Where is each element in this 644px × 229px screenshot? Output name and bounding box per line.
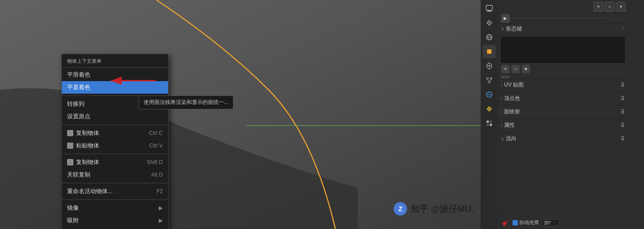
render-icon bbox=[485, 19, 493, 27]
menu-item-linked-dup[interactable]: 关联复制 Alt D bbox=[62, 169, 168, 181]
shape-keys-header[interactable]: ∨ 形态键 ⠿ bbox=[497, 23, 628, 35]
copy-icon bbox=[67, 130, 73, 136]
expand-icon: › bbox=[501, 123, 502, 128]
menu-separator-4 bbox=[62, 183, 168, 183]
sidebar-plus-button[interactable]: + bbox=[593, 2, 603, 12]
flow-section: ∨ 流向 ⠿ bbox=[497, 132, 628, 145]
sidebar-chevron-button[interactable]: ▾ bbox=[616, 2, 626, 12]
tooltip-text: 使用面法线将渲染和显示的面统一... bbox=[144, 99, 229, 105]
sidebar-bottom-bar: 自动光滑 bbox=[497, 216, 628, 229]
particles-icon bbox=[485, 76, 493, 84]
sidebar-icon-render[interactable] bbox=[483, 16, 496, 30]
sidebar-icon-scene[interactable] bbox=[483, 2, 496, 15]
svg-rect-30 bbox=[487, 121, 489, 123]
menu-item-label: 粘贴物体 bbox=[76, 142, 99, 150]
menu-item-label: 平滑着色 bbox=[67, 71, 90, 79]
constraints-icon bbox=[485, 105, 493, 113]
uv-maps-title: UV 贴图 bbox=[504, 81, 524, 89]
drag-handle: ⠿ bbox=[621, 95, 625, 102]
menu-item-set-origin[interactable]: 设置原点 bbox=[62, 110, 168, 123]
context-menu-title: 物体上下文菜单 bbox=[62, 56, 168, 68]
menu-separator-3 bbox=[62, 154, 168, 154]
svg-rect-32 bbox=[487, 124, 489, 126]
shape-key-add-button[interactable]: + bbox=[501, 65, 510, 73]
menu-item-snap[interactable]: 吸附 ▶ bbox=[62, 214, 168, 227]
tooltip: 使用面法线将渲染和显示的面统一... bbox=[139, 95, 233, 109]
submenu-arrow: ▶ bbox=[159, 217, 163, 224]
drag-handle: ⠿ bbox=[621, 122, 625, 129]
sidebar-icon-particles[interactable] bbox=[483, 73, 496, 87]
shortcut-label: Alt D bbox=[151, 172, 163, 178]
bottom-arrow bbox=[501, 218, 510, 227]
menu-separator-2 bbox=[62, 125, 168, 125]
svg-point-29 bbox=[488, 108, 490, 110]
face-maps-title: 面映射 bbox=[504, 108, 520, 116]
right-sidebar: + − ▾ ▶ ....... ∨ 形态键 ⠿ + − ▾ ▶ bbox=[481, 0, 644, 229]
menu-item-copy[interactable]: 复制物体 Ctrl C bbox=[62, 127, 168, 139]
menu-item-label: 吸附 bbox=[67, 216, 79, 225]
sidebar-icons bbox=[481, 0, 497, 229]
menu-item-label: 平直着色 bbox=[67, 83, 90, 91]
watermark: Z 知乎 @波仔MU. bbox=[394, 202, 474, 216]
paste-icon bbox=[67, 143, 73, 149]
svg-rect-11 bbox=[487, 11, 491, 12]
svg-rect-10 bbox=[486, 5, 492, 10]
uv-maps-section: › UV 贴图 ⠿ bbox=[497, 78, 628, 91]
flow-header[interactable]: ∨ 流向 ⠿ bbox=[497, 133, 628, 145]
expand-icon: › bbox=[501, 82, 502, 87]
watermark-icon: Z bbox=[394, 202, 407, 216]
svg-line-27 bbox=[490, 79, 491, 81]
vertex-colors-title: 顶点色 bbox=[504, 95, 520, 102]
sidebar-minus-button[interactable]: − bbox=[605, 2, 614, 12]
sidebar-icon-constraints[interactable] bbox=[483, 102, 496, 116]
svg-rect-21 bbox=[487, 49, 491, 54]
uv-maps-header[interactable]: › UV 贴图 ⠿ bbox=[497, 79, 628, 91]
svg-line-9 bbox=[503, 221, 507, 225]
vertex-colors-section: › 顶点色 ⠿ bbox=[497, 92, 628, 104]
physics-icon bbox=[485, 91, 493, 99]
svg-point-24 bbox=[490, 78, 492, 79]
sidebar-icon-world[interactable] bbox=[483, 30, 496, 44]
menu-item-mirror[interactable]: 镜像 ▶ bbox=[62, 202, 168, 214]
svg-rect-33 bbox=[490, 124, 492, 126]
face-maps-header[interactable]: › 面映射 ⠿ bbox=[497, 106, 628, 118]
attributes-header[interactable]: › 属性 ⠿ bbox=[497, 119, 628, 131]
svg-point-23 bbox=[487, 78, 488, 79]
shape-key-menu-button[interactable]: ▾ bbox=[521, 65, 530, 73]
svg-point-13 bbox=[489, 22, 490, 24]
sidebar-icon-modifier[interactable] bbox=[483, 59, 496, 73]
texture-icon bbox=[485, 119, 493, 127]
menu-item-rename[interactable]: 重命名活动物体... F2 bbox=[62, 185, 168, 198]
expand-icon: ∨ bbox=[501, 26, 504, 31]
menu-item-duplicate[interactable]: 复制物体 Shift D bbox=[62, 156, 168, 169]
attributes-section: › 属性 ⠿ bbox=[497, 119, 628, 131]
object-icon bbox=[485, 48, 493, 56]
modifier-icon bbox=[485, 62, 493, 70]
menu-item-parent[interactable]: 父级 ▶ bbox=[62, 227, 168, 229]
svg-line-26 bbox=[487, 79, 488, 81]
auto-smooth-label: 自动光滑 bbox=[519, 219, 539, 226]
play-button-top[interactable]: ▶ bbox=[501, 14, 510, 23]
drag-handle: ⠿ bbox=[621, 109, 625, 115]
watermark-text: 知乎 @波仔MU. bbox=[411, 203, 474, 215]
shape-keys-list bbox=[501, 37, 625, 63]
watermark-icon-letter: Z bbox=[398, 205, 402, 212]
shape-keys-title: 形态键 bbox=[506, 25, 522, 33]
scene-icon bbox=[485, 4, 493, 13]
vertex-colors-header[interactable]: › 顶点色 ⠿ bbox=[497, 92, 628, 104]
drag-handle: ⠿ bbox=[621, 136, 625, 142]
svg-rect-31 bbox=[490, 121, 492, 123]
sidebar-icon-physics[interactable] bbox=[483, 88, 496, 101]
sidebar-icon-object[interactable] bbox=[483, 45, 496, 58]
auto-smooth-checkbox-group[interactable]: 自动光滑 bbox=[513, 219, 539, 226]
shape-key-remove-button[interactable]: − bbox=[511, 65, 520, 73]
dup-icon bbox=[67, 159, 73, 165]
sidebar-icon-texture[interactable] bbox=[483, 117, 496, 130]
angle-input[interactable] bbox=[542, 219, 559, 226]
auto-smooth-checkbox[interactable] bbox=[513, 220, 518, 225]
shortcut-label: F2 bbox=[157, 188, 163, 194]
menu-item-label: 设置原点 bbox=[67, 112, 90, 121]
menu-item-paste[interactable]: 粘贴物体 Ctrl V bbox=[62, 139, 168, 152]
submenu-arrow: ▶ bbox=[159, 205, 163, 211]
menu-item-label: 重命名活动物体... bbox=[67, 187, 113, 195]
